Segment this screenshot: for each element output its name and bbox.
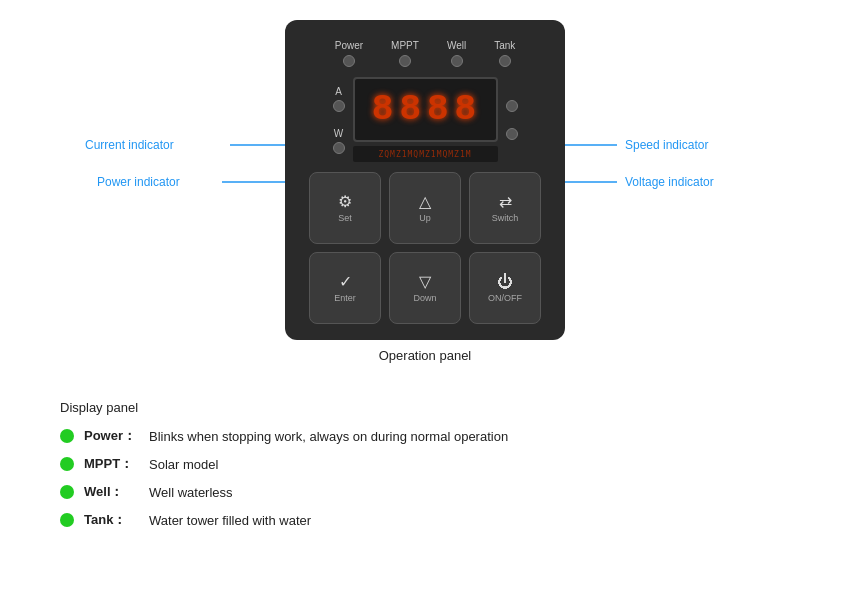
set-label: Set <box>338 213 352 223</box>
switch-button[interactable]: ⇄ Switch <box>469 172 541 244</box>
seg-digit-1: 8 <box>372 92 396 128</box>
power-led-label: W <box>334 128 343 139</box>
led-tank-label: Tank <box>494 40 515 51</box>
panel-section: Power MPPT Well Tank <box>0 0 850 363</box>
led-well-dot <box>451 55 463 67</box>
volt-led-dot <box>506 128 518 140</box>
led-tank-dot <box>499 55 511 67</box>
led-mppt-dot <box>399 55 411 67</box>
right-side-leds <box>506 100 518 140</box>
legend-dot-power <box>60 429 74 443</box>
rpm-led-item <box>506 100 518 112</box>
legend-key-well: Well： <box>84 483 139 501</box>
legend-value-well: Well waterless <box>149 485 233 500</box>
seg-digit-4: 8 <box>455 92 479 128</box>
top-leds-row: Power MPPT Well Tank <box>301 36 549 67</box>
legend-item-tank: Tank： Water tower filled with water <box>60 511 508 529</box>
left-side-leds: A W <box>333 86 345 154</box>
onoff-button[interactable]: ⏻ ON/OFF <box>469 252 541 324</box>
led-power-dot <box>343 55 355 67</box>
led-mppt: MPPT <box>391 40 419 67</box>
legend-item-well: Well： Well waterless <box>60 483 508 501</box>
switch-label: Switch <box>492 213 519 223</box>
volt-led-item <box>506 128 518 140</box>
display-row: A W 8 8 8 8 <box>301 77 549 162</box>
legend-value-power: Blinks when stopping work, always on dur… <box>149 429 508 444</box>
enter-button[interactable]: ✓ Enter <box>309 252 381 324</box>
led-tank: Tank <box>494 40 515 67</box>
button-grid: ⚙ Set △ Up ⇄ Switch ✓ Enter ▽ Down <box>301 172 549 324</box>
set-button[interactable]: ⚙ Set <box>309 172 381 244</box>
legend-title: Display panel <box>60 400 508 415</box>
down-label: Down <box>413 293 436 303</box>
sub-display-text: ZQMZ1MQMZ1MQMZ1M <box>378 150 471 159</box>
led-power-label: Power <box>335 40 363 51</box>
legend-value-mppt: Solar model <box>149 457 218 472</box>
led-power: Power <box>335 40 363 67</box>
legend-key-mppt: MPPT： <box>84 455 139 473</box>
up-label: Up <box>419 213 431 223</box>
current-led-dot <box>333 100 345 112</box>
panel-label: Operation panel <box>379 348 472 363</box>
legend-item-power: Power： Blinks when stopping work, always… <box>60 427 508 445</box>
current-led-label: A <box>335 86 342 97</box>
down-button[interactable]: ▽ Down <box>389 252 461 324</box>
enter-icon: ✓ <box>339 274 352 290</box>
legend-key-power: Power： <box>84 427 139 445</box>
legend-dot-mppt <box>60 457 74 471</box>
legend-value-tank: Water tower filled with water <box>149 513 311 528</box>
rpm-led-dot <box>506 100 518 112</box>
set-icon: ⚙ <box>338 194 352 210</box>
legend-dot-tank <box>60 513 74 527</box>
up-icon: △ <box>419 194 431 210</box>
current-led-item: A <box>333 86 345 112</box>
legend-key-tank: Tank： <box>84 511 139 529</box>
onoff-icon: ⏻ <box>497 274 513 290</box>
up-button[interactable]: △ Up <box>389 172 461 244</box>
switch-icon: ⇄ <box>499 194 512 210</box>
legend-items: Power： Blinks when stopping work, always… <box>60 427 508 529</box>
down-icon: ▽ <box>419 274 431 290</box>
operation-panel: Power MPPT Well Tank <box>285 20 565 340</box>
seg-digit-3: 8 <box>427 92 451 128</box>
seg-digit-2: 8 <box>399 92 423 128</box>
led-well-label: Well <box>447 40 466 51</box>
legend-section: Display panel Power： Blinks when stoppin… <box>60 400 508 529</box>
led-well: Well <box>447 40 466 67</box>
segment-display: 8 8 8 8 <box>353 77 498 142</box>
power-led-item: W <box>333 128 345 154</box>
power-led-dot <box>333 142 345 154</box>
legend-dot-well <box>60 485 74 499</box>
enter-label: Enter <box>334 293 356 303</box>
legend-item-mppt: MPPT： Solar model <box>60 455 508 473</box>
led-mppt-label: MPPT <box>391 40 419 51</box>
sub-display: ZQMZ1MQMZ1MQMZ1M <box>353 146 498 162</box>
panel-wrapper: Power MPPT Well Tank <box>0 20 850 340</box>
onoff-label: ON/OFF <box>488 293 522 303</box>
